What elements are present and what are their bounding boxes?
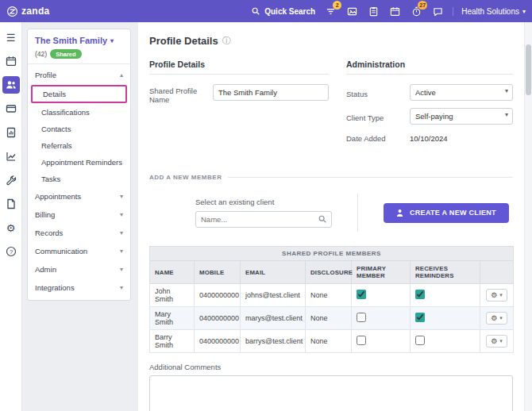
table-row: John Smith0400000000johns@test.clientNon…	[150, 284, 514, 307]
create-new-client-label: CREATE A NEW CLIENT	[410, 209, 496, 217]
sidebar-item-classifications[interactable]: Classifications	[28, 104, 130, 121]
sidebar-item-contacts[interactable]: Contacts	[28, 121, 130, 137]
existing-client-search-input[interactable]	[195, 211, 332, 228]
receives-reminders-checkbox[interactable]	[415, 336, 425, 345]
client-type-select[interactable]: Self-paying	[410, 108, 513, 125]
filter-stack-button[interactable]: 2	[324, 5, 337, 17]
additional-comments-label: Additional Comments	[149, 363, 513, 371]
member-email: barrys@test.client	[241, 330, 306, 353]
hamburger-icon: ☰	[6, 32, 16, 44]
column-header-mobile: MOBILE	[195, 261, 241, 284]
column-header-name: NAME	[150, 261, 195, 284]
media-button[interactable]	[345, 5, 358, 17]
column-header-primary-member: PRIMARY MEMBER	[352, 261, 411, 284]
sidebar-item-messages[interactable]	[2, 100, 20, 117]
column-header-disclosure: DISCLOSURE	[306, 261, 352, 284]
svg-text:?: ?	[9, 248, 12, 255]
clipboard-button[interactable]	[367, 5, 380, 17]
member-name-link[interactable]: Barry Smith	[150, 330, 195, 353]
member-email: johns@test.client	[241, 284, 306, 307]
chevron-up-icon: ▴	[120, 71, 123, 79]
calendar-button[interactable]	[388, 5, 401, 17]
sidebar-item-invoices[interactable]	[2, 124, 20, 141]
member-actions-cell: ⚙▾	[480, 307, 514, 330]
main-content: Profile Details ⓘ Profile Details Shared…	[138, 22, 524, 411]
quick-search-button[interactable]: Quick Search	[251, 6, 315, 16]
receives-reminders-cell	[411, 330, 480, 353]
member-mobile: 0400000000	[195, 307, 241, 330]
chat-icon	[433, 6, 443, 17]
sidebar-item-tools[interactable]	[2, 171, 20, 189]
sidebar-item-calendar[interactable]	[2, 52, 20, 70]
account-menu[interactable]: Health Solutions ▾	[453, 7, 526, 16]
receives-reminders-checkbox[interactable]	[415, 313, 425, 322]
sidebar-section-appointments[interactable]: Appointments ▾	[28, 187, 130, 206]
sidebar-item-settings[interactable]: ⚙	[2, 219, 20, 236]
sidebar-section-records[interactable]: Records ▾	[28, 224, 130, 242]
primary-member-checkbox[interactable]	[357, 336, 366, 345]
member-disclosure: None	[306, 330, 352, 353]
primary-member-checkbox[interactable]	[357, 290, 366, 299]
sidebar-item-records[interactable]	[2, 195, 20, 213]
column-header-receives-reminders: RECEIVES REMINDERS	[411, 261, 480, 284]
chart-icon	[6, 151, 17, 162]
menu-button[interactable]: ☰	[2, 29, 20, 46]
member-actions-button[interactable]: ⚙▾	[486, 312, 507, 325]
vertical-divider	[357, 194, 358, 232]
sidebar-item-help[interactable]: ?	[2, 243, 20, 260]
gear-icon: ⚙	[6, 222, 16, 234]
member-actions-button[interactable]: ⚙▾	[486, 289, 507, 302]
sidebar-item-appointment-reminders[interactable]: Appointment Reminders	[28, 154, 130, 171]
sidebar-section-billing[interactable]: Billing ▾	[28, 206, 130, 224]
section-label: Records	[35, 229, 63, 237]
client-panel: The Smith Family ▾ (42) Shared Profile ▴…	[27, 29, 131, 301]
calendar-icon	[6, 56, 17, 67]
person-add-icon	[396, 209, 405, 217]
create-new-client-button[interactable]: CREATE A NEW CLIENT	[384, 203, 509, 223]
shared-profile-name-input[interactable]	[213, 84, 329, 101]
member-actions-button[interactable]: ⚙▾	[486, 335, 507, 348]
sidebar-item-details[interactable]: Details	[31, 85, 127, 103]
gear-icon: ⚙	[491, 337, 497, 345]
shared-profile-members-table: SHARED PROFILE MEMBERS NAME MOBILE EMAIL…	[149, 246, 514, 353]
client-name-dropdown[interactable]: The Smith Family ▾	[35, 36, 123, 45]
sidebar-item-reports[interactable]	[2, 148, 20, 165]
sidebar-section-admin[interactable]: Admin ▾	[28, 260, 130, 278]
member-actions-cell: ⚙▾	[480, 330, 514, 353]
app-logo[interactable]: zanda	[6, 6, 50, 17]
select-existing-client-label: Select an existing client	[195, 198, 332, 206]
member-email: marys@test.client	[241, 307, 306, 330]
status-select[interactable]: Active	[410, 84, 513, 101]
gear-icon: ⚙	[491, 314, 497, 322]
primary-member-checkbox[interactable]	[357, 313, 366, 322]
wrench-icon	[6, 175, 17, 186]
members-table-body: John Smith0400000000johns@test.clientNon…	[150, 284, 514, 353]
member-name-link[interactable]: John Smith	[150, 284, 195, 307]
shared-badge: Shared	[50, 49, 81, 59]
timer-button[interactable]: 27	[410, 5, 422, 17]
sidebar-item-clients[interactable]	[2, 76, 20, 94]
primary-member-cell	[352, 330, 411, 353]
chevron-down-icon: ▾	[499, 315, 503, 321]
chat-button[interactable]	[431, 5, 444, 17]
sidebar-section-profile[interactable]: Profile ▴	[28, 66, 130, 84]
scrollbar-thumb[interactable]	[526, 44, 531, 95]
sidebar-item-referrals[interactable]: Referrals	[28, 137, 130, 154]
sidebar-item-tasks[interactable]: Tasks	[28, 171, 130, 187]
additional-comments-textarea[interactable]	[149, 375, 513, 411]
page-title: Profile Details	[149, 35, 218, 47]
clipboard-icon	[368, 6, 379, 17]
scrollbar-track[interactable]	[524, 22, 532, 411]
receives-reminders-checkbox[interactable]	[415, 290, 425, 299]
sidebar-section-integrations[interactable]: Integrations ▾	[28, 278, 130, 297]
chevron-down-icon: ▾	[120, 229, 123, 236]
sidebar-section-communication[interactable]: Communication ▾	[28, 242, 130, 260]
members-table-caption: SHARED PROFILE MEMBERS	[149, 246, 514, 260]
section-label: Profile	[35, 71, 56, 79]
divider-line	[228, 177, 513, 178]
timer-badge: 27	[418, 1, 427, 10]
info-icon[interactable]: ⓘ	[222, 35, 231, 47]
section-label: Appointments	[35, 192, 81, 201]
member-name-link[interactable]: Mary Smith	[150, 307, 195, 330]
column-header-email: EMAIL	[241, 261, 306, 284]
